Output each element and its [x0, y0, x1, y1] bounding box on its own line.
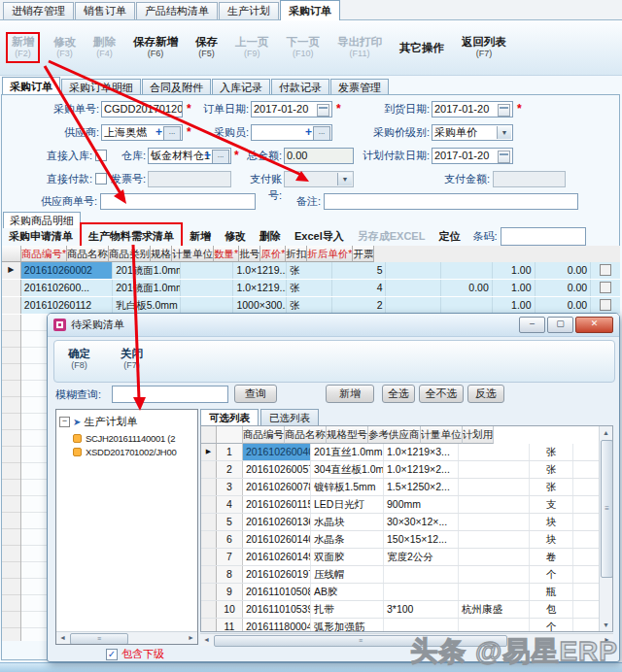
grid-column-header[interactable]: 折后单价* — [307, 246, 353, 262]
lookup-button[interactable]: ... — [212, 150, 229, 164]
barcode-input[interactable] — [501, 227, 586, 246]
grid-column-header[interactable]: 计量单位 — [172, 246, 214, 262]
detail-toolbar-button[interactable]: 修改 — [218, 229, 253, 244]
row-selector[interactable] — [201, 549, 217, 565]
items-column-header[interactable]: 规格型号 — [327, 426, 368, 444]
calendar-icon[interactable] — [317, 104, 329, 117]
calendar-icon[interactable] — [498, 151, 510, 163]
scroll-left-icon[interactable]: ◄ — [201, 635, 212, 645]
row-selector[interactable] — [201, 619, 217, 632]
table-row[interactable]: 3 201610260078 镀锌板1.5mm 1.5×1250×2... 张 — [201, 479, 612, 496]
grid-column-header[interactable]: 折扣 — [286, 246, 307, 262]
order-subtab[interactable]: 发票管理 — [330, 79, 389, 95]
table-row[interactable]: 201610260112 乳白板5.0mm 1000×300... 张 2 1.… — [2, 297, 620, 314]
chevron-down-icon[interactable]: ▼ — [497, 126, 511, 139]
module-tab[interactable]: 生产计划 — [219, 2, 279, 19]
module-tab[interactable]: 产品结构清单 — [136, 2, 218, 19]
table-row[interactable]: 2016102600... 201镜面1.0mm 1.0×1219... 张 4… — [2, 280, 620, 296]
toolbar-button[interactable]: 下一页 (F10) — [283, 34, 325, 61]
table-row[interactable]: 7 201610260149 双面胶 宽度2公分 卷 — [201, 549, 612, 566]
scroll-thumb[interactable]: ≡ — [70, 633, 128, 645]
order-subtab[interactable]: 采购订单明细 — [61, 79, 141, 95]
items-column-header[interactable]: 商品名称 — [285, 426, 327, 444]
list-tab[interactable]: 已选列表 — [260, 409, 319, 425]
order-subtab[interactable]: 入库记录 — [212, 79, 270, 95]
detail-toolbar-button[interactable]: 定位 — [432, 229, 466, 244]
toolbar-button[interactable]: 新增 (F2) — [6, 32, 40, 63]
row-selector[interactable] — [201, 584, 217, 600]
order-subtab[interactable]: 采购订单 — [2, 77, 60, 95]
items-column-header[interactable]: 商品编号 — [243, 426, 285, 444]
toolbar-button[interactable]: 删除 (F4) — [89, 34, 120, 61]
lookup-button[interactable]: ... — [163, 126, 181, 141]
row-selector[interactable] — [2, 280, 21, 296]
scroll-left-icon[interactable]: ◄ — [57, 633, 68, 643]
row-selector[interactable] — [201, 514, 217, 530]
row-selector[interactable] — [201, 496, 217, 513]
close-button[interactable]: ✕ — [575, 317, 613, 333]
tree-item[interactable]: XSDD201701002/JH00 — [73, 445, 197, 458]
row-selector[interactable] — [201, 566, 217, 583]
toolbar-button[interactable]: 导出打印 (F11) — [333, 34, 386, 61]
dialog-titlebar[interactable]: 待采购清单 – ▢ ✕ — [48, 314, 619, 337]
grid-column-header[interactable]: 批号 — [239, 246, 260, 262]
add-icon[interactable]: + — [204, 149, 211, 163]
items-column-header[interactable]: 计划用 — [463, 426, 495, 444]
close-dialog-button[interactable]: 关闭 (F7) — [121, 348, 143, 371]
toolbar-button[interactable]: 上一页 (F9) — [231, 34, 273, 61]
supplier-field[interactable]: 上海奥燃+... — [101, 124, 183, 141]
items-vscrollbar[interactable]: ▲ ≡ ▼ — [599, 426, 612, 631]
direct-in-checkbox[interactable] — [95, 150, 107, 161]
detail-tab[interactable]: 采购商品明细 — [3, 212, 81, 228]
scroll-right-icon[interactable]: ► — [186, 633, 196, 643]
add-icon[interactable]: + — [156, 125, 162, 140]
search-button[interactable]: 查询 — [234, 385, 277, 403]
toolbar-button[interactable]: 保存新增 (F6) — [129, 34, 182, 61]
order-subtab[interactable]: 付款记录 — [271, 79, 329, 95]
toolbar-button[interactable]: 返回列表 (F7) — [458, 34, 510, 61]
detail-toolbar-button[interactable]: 删除 — [253, 229, 288, 244]
table-row[interactable]: 6 201610260140 水晶条 150×15×12... 块 — [201, 531, 612, 549]
row-selector[interactable] — [201, 479, 217, 495]
invoice-checkbox[interactable] — [600, 264, 611, 276]
row-selector[interactable] — [201, 461, 217, 478]
toolbar-button[interactable]: 修改 (F3) — [50, 34, 80, 61]
table-row[interactable]: 8 201610260197 压线帽 个 — [201, 566, 612, 584]
detail-toolbar-button[interactable]: 另存成EXCEL — [351, 229, 432, 244]
calendar-icon[interactable] — [498, 104, 510, 117]
fuzzy-search-input[interactable] — [112, 386, 228, 403]
plan-pay-field[interactable]: 2017-01-20 — [432, 148, 513, 164]
select-none-button[interactable]: 全不选 — [419, 385, 464, 403]
invert-select-button[interactable]: 反选 — [467, 385, 504, 403]
supplier-no-field[interactable] — [100, 193, 256, 210]
direct-pay-checkbox[interactable] — [95, 173, 107, 185]
row-selector[interactable] — [2, 297, 21, 314]
toolbar-button[interactable]: 其它操作 — [396, 40, 448, 56]
tree-hscrollbar[interactable]: ◄ ≡ ► — [56, 631, 197, 644]
table-row[interactable]: 5 201610260136 水晶块 30×30×12×... 块 — [201, 514, 612, 531]
grid-column-header[interactable]: 规格 — [151, 246, 172, 262]
select-all-button[interactable]: 全选 — [382, 385, 415, 403]
grid-column-header[interactable]: 开票 — [353, 246, 374, 262]
toolbar-button[interactable]: 保存 (F5) — [191, 34, 222, 61]
items-column-header[interactable]: 计量单位 — [421, 426, 463, 444]
scroll-thumb[interactable]: ≡ — [601, 440, 613, 578]
table-row[interactable]: ▶ 201610260002 201镜面1.0mm 1.0×1219... 张 … — [2, 262, 620, 279]
order-date-field[interactable]: 2017-01-20 — [251, 101, 332, 118]
add-icon[interactable]: + — [305, 125, 312, 140]
module-tab[interactable]: 进销存管理 — [3, 2, 74, 19]
arrive-date-field[interactable]: 2017-01-20 — [432, 101, 513, 118]
grid-column-header[interactable]: 数量* — [214, 246, 239, 262]
dialog-add-button[interactable]: 新增 — [326, 385, 374, 403]
row-selector[interactable]: ▶ — [201, 444, 217, 460]
row-selector[interactable] — [201, 531, 217, 548]
scroll-up-icon[interactable]: ▲ — [601, 427, 611, 438]
module-tab[interactable]: 销售订单 — [75, 2, 135, 19]
include-sub-checkbox[interactable]: ✓ — [106, 649, 118, 660]
grid-column-header[interactable]: 原价* — [260, 246, 286, 262]
lookup-button[interactable]: ... — [313, 126, 330, 141]
table-row[interactable]: 10 201611010539 扎带 3*100 杭州康盛 包 — [201, 601, 612, 619]
table-row[interactable]: ▶ 1 201610260040 201直丝1.0mm 1.0×1219×3..… — [201, 444, 612, 461]
row-selector[interactable] — [201, 601, 217, 618]
grid-column-header[interactable]: 商品编号* — [21, 246, 67, 262]
